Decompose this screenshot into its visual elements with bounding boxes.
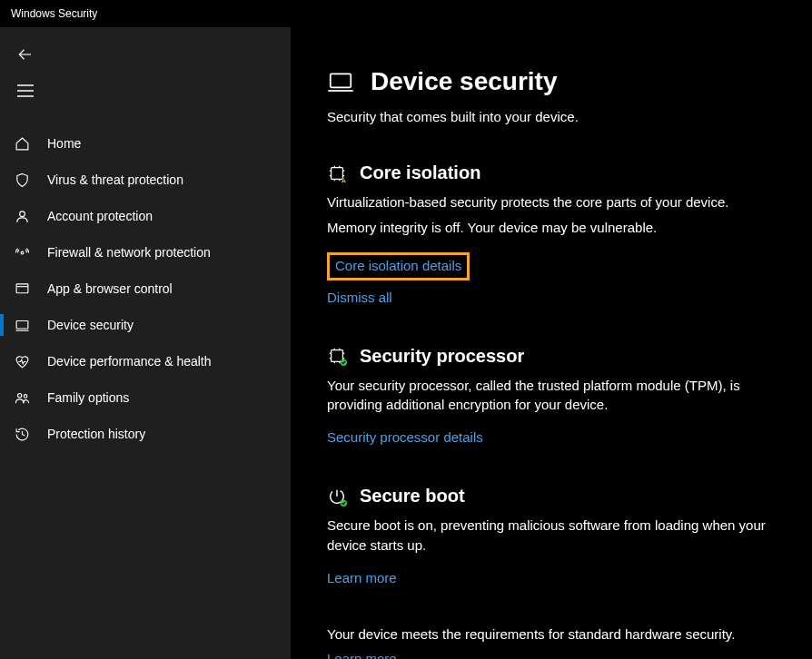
sidebar-item-label: Home xyxy=(47,136,81,151)
processor-ok-icon xyxy=(327,346,347,366)
link-security-processor-details[interactable]: Security processor details xyxy=(327,429,483,445)
section-body: Memory integrity is off. Your device may… xyxy=(327,218,776,238)
sidebar-nav: Home Virus & threat protection Acco xyxy=(0,125,291,452)
svg-rect-8 xyxy=(16,320,28,329)
sidebar-item-history[interactable]: Protection history xyxy=(0,416,291,452)
shield-icon xyxy=(15,172,36,188)
back-button[interactable] xyxy=(5,36,45,73)
page-subtitle: Security that comes built into your devi… xyxy=(327,109,776,124)
link-secure-boot-learn-more[interactable]: Learn more xyxy=(327,570,397,585)
history-icon xyxy=(15,427,36,442)
sidebar-item-label: Account protection xyxy=(47,209,153,223)
svg-rect-14 xyxy=(332,167,343,179)
link-footer-learn-more[interactable]: Learn more xyxy=(327,651,397,660)
power-ok-icon xyxy=(327,487,347,507)
section-security-processor: Security processor Your security process… xyxy=(327,346,776,447)
person-icon xyxy=(15,209,36,224)
titlebar: Windows Security xyxy=(0,0,812,27)
section-body: Your security processor, called the trus… xyxy=(327,376,776,416)
link-core-isolation-details[interactable]: Core isolation details xyxy=(335,258,461,273)
home-icon xyxy=(15,136,36,152)
section-title: Core isolation xyxy=(360,162,480,183)
device-security-icon xyxy=(15,318,36,333)
heart-icon xyxy=(15,354,36,369)
sidebar-item-account[interactable]: Account protection xyxy=(0,198,291,234)
workspace: Home Virus & threat protection Acco xyxy=(0,27,812,659)
sidebar-item-home[interactable]: Home xyxy=(0,125,291,162)
svg-point-11 xyxy=(24,394,27,398)
footer-note: Your device meets the requirements for s… xyxy=(327,626,776,642)
section-title: Security processor xyxy=(360,346,524,367)
sidebar-top xyxy=(0,36,291,109)
sidebar-item-firewall[interactable]: Firewall & network protection xyxy=(0,234,291,270)
network-icon xyxy=(15,245,36,261)
sidebar-item-app-browser[interactable]: App & browser control xyxy=(0,270,291,307)
app-browser-icon xyxy=(15,281,36,297)
section-secure-boot: Secure boot Secure boot is on, preventin… xyxy=(327,486,776,586)
svg-point-5 xyxy=(21,251,24,254)
processor-warning-icon xyxy=(327,163,347,183)
sidebar-item-label: Device security xyxy=(47,318,134,332)
sidebar-item-label: App & browser control xyxy=(47,281,173,296)
link-dismiss-all[interactable]: Dismiss all xyxy=(327,290,392,305)
family-icon xyxy=(15,390,36,406)
main-content: Device security Security that comes buil… xyxy=(291,27,812,659)
sidebar-item-label: Family options xyxy=(47,390,129,405)
section-title: Secure boot xyxy=(360,486,465,507)
svg-point-4 xyxy=(20,211,25,216)
device-security-icon xyxy=(327,68,354,95)
svg-point-10 xyxy=(18,393,22,397)
back-arrow-icon xyxy=(17,46,34,63)
sidebar: Home Virus & threat protection Acco xyxy=(0,27,291,659)
sidebar-item-label: Virus & threat protection xyxy=(47,172,183,187)
sidebar-item-label: Firewall & network protection xyxy=(47,245,211,260)
section-body: Virtualization-based security protects t… xyxy=(327,192,776,212)
svg-point-25 xyxy=(343,181,344,182)
section-body: Secure boot is on, preventing malicious … xyxy=(327,516,776,556)
svg-rect-26 xyxy=(332,350,343,362)
section-footer: Your device meets the requirements for s… xyxy=(327,626,776,660)
sidebar-item-device-security[interactable]: Device security xyxy=(0,307,291,343)
svg-rect-6 xyxy=(16,283,28,292)
hamburger-button[interactable] xyxy=(5,73,45,109)
page-title: Device security xyxy=(371,67,557,96)
svg-rect-12 xyxy=(331,74,352,87)
app-title: Windows Security xyxy=(11,7,97,20)
sidebar-item-label: Protection history xyxy=(47,427,145,441)
hamburger-icon xyxy=(17,84,34,97)
page-header: Device security xyxy=(327,67,776,96)
sidebar-item-performance[interactable]: Device performance & health xyxy=(0,343,291,379)
sidebar-item-virus[interactable]: Virus & threat protection xyxy=(0,162,291,198)
highlight-box: Core isolation details xyxy=(327,252,470,280)
section-core-isolation: Core isolation Virtualization-based secu… xyxy=(327,162,776,306)
sidebar-item-label: Device performance & health xyxy=(47,354,212,369)
sidebar-item-family[interactable]: Family options xyxy=(0,379,291,416)
